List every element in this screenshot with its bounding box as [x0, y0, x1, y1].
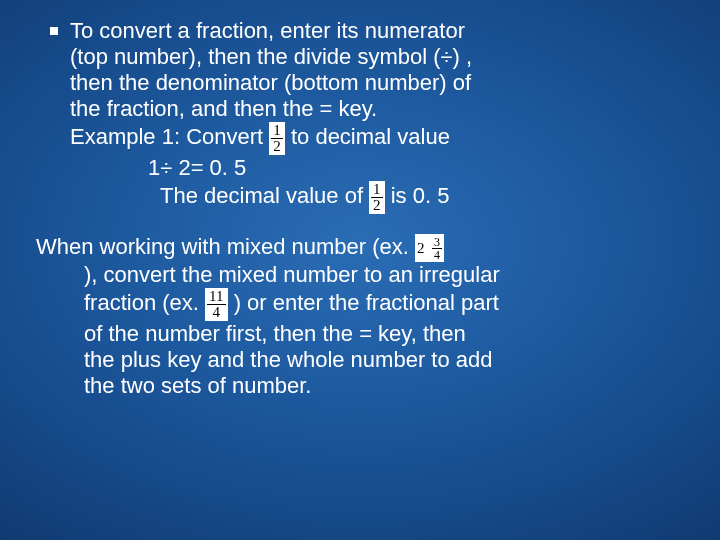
mixed-line-1a: When working with mixed number (ex. — [36, 234, 415, 259]
example-result-prefix: The decimal value of — [160, 183, 369, 208]
bullet-line-3: then the denominator (bottom number) of — [70, 70, 471, 95]
bullet-paragraph: To convert a fraction, enter its numerat… — [36, 18, 684, 214]
mixed-numerator: 3 — [432, 236, 442, 248]
bullet-line-4: the fraction, and then the = key. — [70, 96, 377, 121]
fraction-denominator: 2 — [371, 198, 383, 213]
example-calc: 1÷ 2= 0. 5 — [70, 155, 684, 181]
fraction-denominator: 4 — [207, 305, 225, 320]
fraction-numerator: 1 — [371, 182, 383, 197]
mixed-line-5: the plus key and the whole number to add — [36, 347, 684, 373]
fraction-numerator: 1 — [271, 123, 283, 138]
mixed-line-3b: ) or enter the fractional part — [234, 290, 499, 315]
mixed-whole: 2 — [417, 241, 427, 256]
fraction-numerator: 11 — [207, 289, 225, 304]
mixed-number-paragraph: When working with mixed number (ex. 2 3 … — [36, 234, 684, 399]
fraction-denominator: 2 — [271, 139, 283, 154]
fraction-one-half: 1 2 — [269, 122, 285, 155]
fraction-11-4: 11 4 — [205, 288, 227, 321]
bullet-line-2: (top number), then the divide symbol (÷)… — [70, 44, 472, 69]
bullet-square-icon — [50, 27, 58, 35]
mixed-line-2: ), convert the mixed number to an irregu… — [36, 262, 684, 288]
mixed-number-2-3-4: 2 3 4 — [415, 234, 444, 261]
mixed-line-3a: fraction (ex. — [84, 290, 205, 315]
example-result-suffix: is 0. 5 — [391, 183, 450, 208]
example-result-line: The decimal value of 1 2 is 0. 5 — [70, 181, 684, 214]
mixed-line-6: the two sets of number. — [36, 373, 684, 399]
mixed-line-1: When working with mixed number (ex. 2 3 … — [36, 234, 684, 262]
fraction-one-half-2: 1 2 — [369, 181, 385, 214]
mixed-denominator: 4 — [432, 249, 442, 261]
bullet-line-1: To convert a fraction, enter its numerat… — [70, 18, 465, 43]
example-1-suffix: to decimal value — [291, 124, 450, 149]
example-line-1: Example 1: Convert 1 2 to decimal value — [70, 122, 684, 155]
example-1-prefix: Example 1: Convert — [70, 124, 269, 149]
mixed-line-3: fraction (ex. 11 4 ) or enter the fracti… — [36, 288, 684, 321]
mixed-line-4: of the number first, then the = key, the… — [36, 321, 684, 347]
